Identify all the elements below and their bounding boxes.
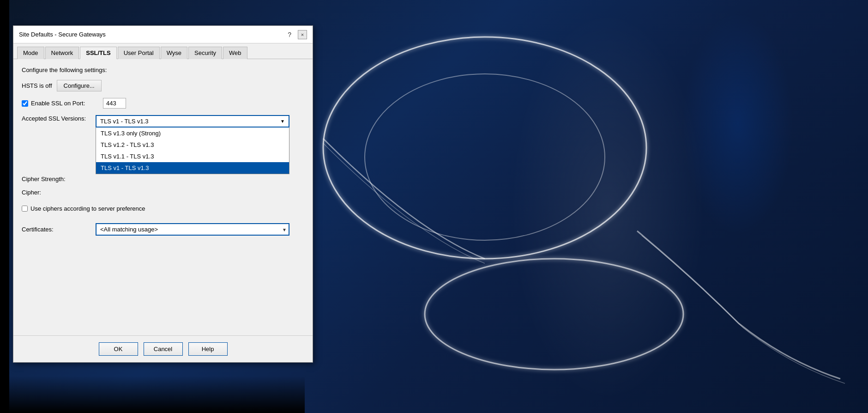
cipher-row: Cipher: (22, 189, 304, 196)
hsts-row: HSTS is off Configure... (22, 80, 304, 91)
use-ciphers-row: Use ciphers according to server preferen… (22, 205, 304, 212)
dialog-title: Site Defaults - Secure Gateways (19, 31, 106, 38)
ssl-versions-dropdown-container: TLS v1 - TLS v1.3 ▼ TLS v1.3 only (Stron… (96, 115, 289, 128)
certificates-row: Certificates: <All matching usage> ▼ (22, 223, 304, 236)
black-bar-left (0, 0, 9, 413)
certificates-dropdown-wrapper: <All matching usage> ▼ (96, 223, 289, 236)
ssl-dropdown-arrow-icon: ▼ (280, 119, 285, 124)
hsts-label: HSTS is off (22, 82, 52, 89)
dialog-footer: OK Cancel Help (13, 335, 313, 362)
port-input[interactable] (103, 98, 126, 109)
tab-security[interactable]: Security (188, 47, 222, 59)
tab-ssltls[interactable]: SSL/TLS (80, 47, 116, 59)
enable-ssl-label: Enable SSL on Port: (31, 100, 100, 107)
ssl-option-tls1to13[interactable]: TLS v1 - TLS v1.3 (96, 162, 289, 174)
tab-network[interactable]: Network (45, 47, 79, 59)
section-description: Configure the following settings: (22, 67, 304, 73)
enable-ssl-row: Enable SSL on Port: (22, 98, 304, 109)
ssl-current-value: TLS v1 - TLS v1.3 (100, 118, 149, 125)
black-bar-bottom (0, 376, 305, 413)
tab-mode[interactable]: Mode (17, 47, 44, 59)
ssl-dropdown-header[interactable]: TLS v1 - TLS v1.3 ▼ (96, 115, 289, 128)
help-footer-button[interactable]: Help (188, 342, 228, 356)
tab-userportal[interactable]: User Portal (118, 47, 160, 59)
ssl-versions-label: Accepted SSL Versions: (22, 115, 91, 122)
cancel-button[interactable]: Cancel (144, 342, 183, 356)
certificates-dropdown[interactable]: <All matching usage> (96, 223, 289, 236)
use-ciphers-label: Use ciphers according to server preferen… (30, 205, 145, 212)
close-button[interactable]: × (298, 30, 307, 39)
dialog-content: Configure the following settings: HSTS i… (13, 59, 313, 335)
ssl-option-tls13only[interactable]: TLS v1.3 only (Strong) (96, 128, 289, 139)
help-button[interactable]: ? (285, 31, 294, 38)
cipher-strength-row: Cipher Strength: (22, 176, 304, 182)
ok-button[interactable]: OK (99, 342, 138, 356)
tabs-bar: Mode Network SSL/TLS User Portal Wyse Se… (13, 43, 313, 59)
cipher-label: Cipher: (22, 189, 91, 196)
ssl-dropdown-list: TLS v1.3 only (Strong) TLS v1.2 - TLS v1… (96, 128, 289, 174)
tab-wyse[interactable]: Wyse (161, 47, 187, 59)
cipher-strength-label: Cipher Strength: (22, 176, 91, 182)
enable-ssl-checkbox[interactable] (22, 100, 28, 107)
ssl-option-tls11to13[interactable]: TLS v1.1 - TLS v1.3 (96, 151, 289, 162)
certificates-label: Certificates: (22, 226, 91, 233)
dialog-titlebar: Site Defaults - Secure Gateways ? × (13, 26, 313, 43)
ssl-versions-row: Accepted SSL Versions: TLS v1 - TLS v1.3… (22, 115, 304, 128)
dialog-window: Site Defaults - Secure Gateways ? × Mode… (13, 25, 313, 363)
ssl-option-tls12to13[interactable]: TLS v1.2 - TLS v1.3 (96, 139, 289, 151)
tab-web[interactable]: Web (223, 47, 247, 59)
use-ciphers-checkbox[interactable] (22, 206, 28, 212)
configure-button[interactable]: Configure... (57, 80, 102, 91)
titlebar-buttons: ? × (285, 30, 307, 39)
